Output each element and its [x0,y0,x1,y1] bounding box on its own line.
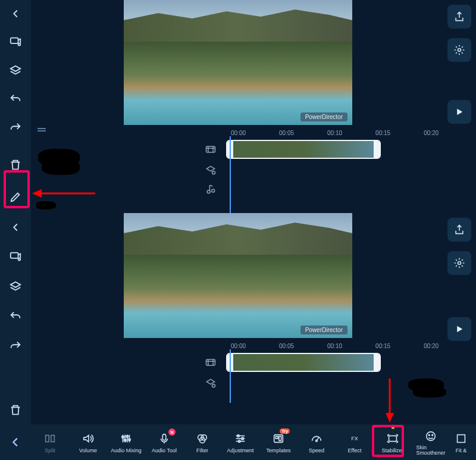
svg-rect-23 [51,436,55,442]
tool-label: Audio Mixing [111,448,142,453]
effect-icon: FX [347,431,362,446]
svg-rect-5 [206,146,215,152]
overlay-track-icon [202,375,219,392]
timeline[interactable]: 00:00 00:05 00:10 00:15 00:20 [202,343,443,392]
tool-split[interactable]: Split [31,428,69,456]
tool-adjustment[interactable]: Adjustment [221,428,259,456]
tool-effect[interactable]: FX Effect [336,428,374,456]
svg-rect-17 [206,359,215,365]
redo-icon[interactable] [5,118,26,138]
clip-trim-handle-right[interactable] [374,354,380,371]
svg-point-50 [428,434,430,436]
video-track-icon [202,141,219,158]
video-clip[interactable] [226,140,381,159]
time-tick: 00:20 [424,130,439,136]
time-tick: 00:10 [327,343,342,349]
toolbar-back-button[interactable] [2,429,29,455]
tool-label: Adjustment [227,448,253,453]
layers-icon[interactable] [5,61,26,81]
audio-track-icon [202,181,219,198]
tool-templates[interactable]: Try Templates [259,428,298,456]
playhead[interactable] [230,349,231,403]
tool-audio-mixing[interactable]: Audio Mixing [107,428,145,456]
settings-gear-icon[interactable] [447,251,471,275]
redaction-mark [413,387,446,398]
svg-point-51 [432,434,433,436]
svg-point-49 [427,432,436,441]
redo-icon[interactable] [5,336,26,357]
tool-audio-tool[interactable]: N Audio Tool [145,428,183,456]
overlay-track[interactable] [202,374,443,392]
video-preview[interactable]: PowerDirector [124,213,352,338]
trash-icon[interactable] [5,155,26,175]
svg-point-8 [207,190,210,193]
time-tick: 00:20 [424,343,439,349]
undo-icon[interactable] [5,89,26,109]
skin-smoothener-icon [423,428,439,444]
time-tick: 00:10 [327,130,342,136]
play-button[interactable] [447,317,471,341]
time-tick: 00:05 [279,343,294,349]
tool-skin-smoothener[interactable]: Skin Smoothener [412,426,450,458]
edit-pencil-icon[interactable] [5,187,26,207]
svg-marker-14 [11,282,21,287]
tool-volume[interactable]: Volume [69,428,107,456]
svg-point-3 [458,49,461,52]
try-badge: Try [280,428,290,434]
tool-label: Templates [266,448,290,453]
screenshot-step-2: PowerDirector 00:00 00:05 00:10 00:15 00… [0,213,476,460]
time-tick: 00:15 [375,343,390,349]
trash-icon[interactable] [5,399,26,421]
svg-point-1 [18,43,21,46]
export-share-icon[interactable] [447,218,471,242]
tool-fit[interactable]: Fit & [450,428,472,456]
fit-icon [453,431,469,446]
back-icon[interactable] [5,217,26,238]
tool-label: Volume [79,448,97,453]
tool-filter[interactable]: Filter [183,428,221,456]
playhead[interactable] [230,136,231,214]
video-track[interactable] [202,139,443,160]
media-music-icon[interactable] [5,32,26,52]
back-icon[interactable] [5,4,26,24]
watermark-label: PowerDirector [300,326,347,334]
split-icon [42,431,58,446]
timeline[interactable]: 00:00 00:05 00:10 00:15 00:20 [202,130,443,198]
tool-label: Audio Tool [152,448,177,453]
svg-rect-45 [279,436,281,440]
tool-label: Skin Smoothener [416,445,445,456]
play-button[interactable] [447,100,471,124]
right-sidebar [445,213,474,460]
redaction-mark [36,201,56,209]
overlay-track[interactable] [202,161,443,179]
layers-icon[interactable] [5,276,26,298]
undo-icon[interactable] [5,306,26,327]
left-sidebar [0,213,31,460]
tool-stabilizer[interactable]: ♛ Stabilizer [374,428,412,456]
left-sidebar [0,0,31,213]
panel-drag-handle[interactable] [35,126,49,133]
tool-label: Fit & [456,448,467,453]
svg-point-19 [212,384,215,387]
audio-mixing-icon [118,431,134,446]
settings-gear-icon[interactable] [447,38,471,62]
tool-label: Stabilizer [381,448,403,453]
media-music-icon[interactable] [5,246,26,268]
export-share-icon[interactable] [447,5,471,29]
preview-image [124,219,352,255]
templates-icon: Try [271,431,286,446]
time-tick: 00:15 [375,130,390,136]
video-track-icon [202,354,219,371]
video-track[interactable] [202,352,443,373]
screenshot-step-1: PowerDirector 00:00 00:05 00:10 00:15 00… [0,0,476,213]
svg-rect-52 [458,435,465,443]
svg-marker-2 [11,66,21,71]
clip-trim-handle-right[interactable] [374,141,380,158]
svg-point-15 [458,262,461,265]
video-preview[interactable]: PowerDirector [124,0,352,125]
stabilizer-icon [385,431,400,446]
tool-speed[interactable]: Speed [298,428,336,456]
video-clip[interactable] [226,353,381,372]
audio-track[interactable] [202,180,443,198]
svg-marker-11 [32,189,42,198]
